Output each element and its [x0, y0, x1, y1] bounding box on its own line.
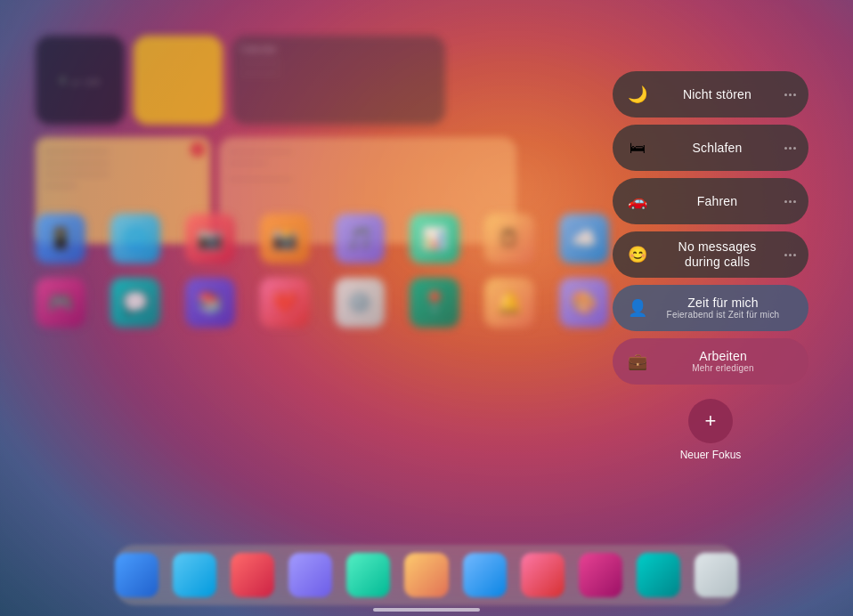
- focus-item-schlafen[interactable]: 🛏 Schlafen: [613, 125, 808, 171]
- app-icon: 🎮: [36, 278, 85, 328]
- dock-icon: [288, 553, 332, 597]
- dock-icon: [404, 553, 448, 597]
- app-icon: 🌐: [110, 214, 160, 263]
- focus-label-schlafen: Schlafen: [650, 141, 784, 156]
- home-indicator: [373, 608, 480, 612]
- focus-label-no-messages: No messages during calls: [650, 239, 784, 270]
- focus-item-fahren[interactable]: 🚗 Fahren: [613, 178, 808, 224]
- app-icon: 🔔: [484, 278, 534, 328]
- app-icon: ⚙️: [335, 278, 385, 328]
- focus-item-zeit-fuer-mich[interactable]: 👤 Zeit für mich Feierabend ist Zeit für …: [613, 285, 808, 331]
- widget-wide: Calendar ————— —————: [232, 36, 445, 125]
- more-dots-schlafen[interactable]: [784, 147, 796, 150]
- dock-icon: [695, 553, 738, 597]
- more-dots-no-messages[interactable]: [784, 254, 796, 256]
- widget-yellow: [134, 36, 223, 125]
- app-icon: 📱: [36, 214, 85, 263]
- focus-item-nicht-stoeren[interactable]: 🌙 Nicht stören: [613, 71, 808, 118]
- new-focus-label: Neuer Fokus: [680, 449, 742, 461]
- focus-item-no-messages[interactable]: 😊 No messages during calls: [613, 231, 808, 278]
- app-icon: ☁️: [559, 214, 609, 263]
- dock-icon: [115, 553, 158, 597]
- app-icon: 🗒: [484, 214, 534, 263]
- dock-icon: [173, 553, 216, 597]
- widget-note-badge: ×: [191, 142, 205, 157]
- app-icon: 💬: [110, 278, 160, 328]
- focus-panel: 🌙 Nicht stören 🛏 Schlafen 🚗 Fahren 😊 No …: [613, 71, 808, 461]
- app-icon: 📷: [185, 214, 235, 263]
- dock-icon: [637, 553, 680, 597]
- dock-icon: [346, 553, 390, 597]
- app-icon: 📸: [260, 214, 310, 263]
- dock-icon: [579, 553, 622, 597]
- briefcase-icon: 💼: [625, 349, 650, 374]
- more-dots-fahren[interactable]: [784, 200, 796, 203]
- dock-icon: [521, 553, 565, 597]
- bed-icon: 🛏: [625, 135, 650, 160]
- focus-label-arbeiten: Arbeiten Mehr erledigen: [650, 349, 796, 375]
- focus-label-nicht-stoeren: Nicht stören: [650, 87, 784, 102]
- dock-icon: [231, 553, 274, 597]
- smiley-icon: 😊: [625, 242, 650, 267]
- widget-terminal: $ _ ▶ code: [36, 36, 125, 125]
- app-icon: ❤️: [260, 278, 310, 328]
- focus-label-fahren: Fahren: [650, 194, 784, 209]
- app-icon: 🎵: [335, 214, 385, 263]
- person-icon: 👤: [625, 296, 650, 320]
- dock-icon: [463, 553, 507, 597]
- new-focus-button[interactable]: +: [688, 399, 733, 443]
- focus-item-arbeiten[interactable]: 💼 Arbeiten Mehr erledigen: [613, 338, 808, 385]
- car-icon: 🚗: [625, 189, 650, 214]
- dock: [115, 545, 738, 605]
- more-dots-nicht-stoeren[interactable]: [784, 93, 796, 96]
- app-icon: 📚: [185, 278, 235, 328]
- new-focus-container: + Neuer Fokus: [613, 399, 808, 461]
- app-icon: 📍: [410, 278, 459, 328]
- app-icon: 📊: [410, 214, 459, 263]
- app-icons-area: 📱 🌐 📷 📸 🎵 📊 🗒 ☁️ 🎮 💬 📚 ❤️ ⚙️ 📍 🔔 🎨: [36, 214, 609, 342]
- focus-label-zeit-fuer-mich: Zeit für mich Feierabend ist Zeit für mi…: [650, 296, 796, 321]
- moon-icon: 🌙: [625, 82, 650, 107]
- app-icon: 🎨: [559, 278, 609, 328]
- widgets-area: $ _ ▶ code Calendar ————— ————— × ——————…: [36, 36, 516, 244]
